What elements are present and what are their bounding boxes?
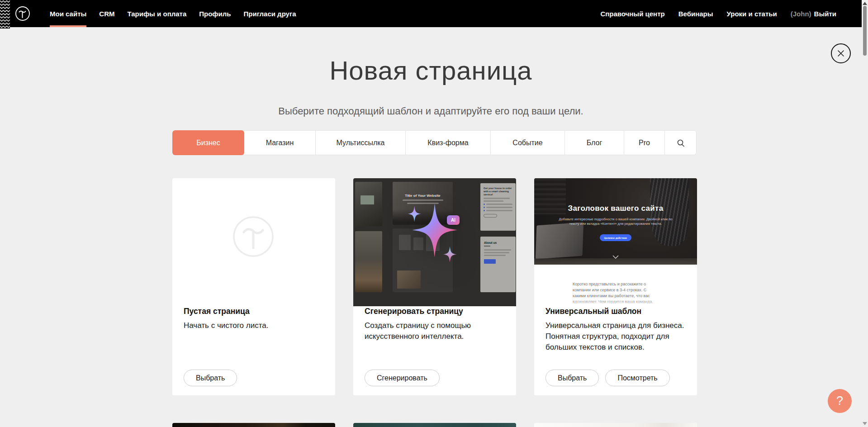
preview-hero-subtitle: Добавьте интересные подробности о вашей … — [555, 217, 677, 226]
tab-blog[interactable]: Блог — [565, 130, 624, 155]
collage-tile-livingroom — [355, 231, 382, 292]
card-title: Сгенерировать страницу — [365, 307, 505, 316]
logout-link[interactable]: Выйти — [814, 10, 836, 18]
text-line-placeholder — [486, 207, 512, 208]
card-actions: Выбрать Посмотреть — [545, 370, 670, 386]
template-card-partial-3[interactable] — [534, 423, 697, 427]
nav-item-pricing[interactable]: Тарифы и оплата — [127, 0, 186, 27]
ai-badge: AI — [447, 215, 460, 225]
help-button[interactable]: ? — [828, 389, 852, 413]
nav-item-lessons[interactable]: Уроки и статьи — [727, 0, 777, 27]
bullet-row — [484, 204, 512, 205]
nav-item-profile[interactable]: Профиль — [199, 0, 231, 27]
tab-business[interactable]: Бизнес — [172, 130, 244, 155]
universal-preview-hero: Заголовок вашего сайта Добавьте интересн… — [534, 178, 697, 265]
tab-pro[interactable]: Pro — [624, 130, 665, 155]
bullet-dot — [484, 210, 485, 211]
template-card-partial-1[interactable] — [172, 423, 335, 427]
text-line-placeholder — [484, 252, 509, 253]
collage-tile-cleaning: Get your house in order with a smart cle… — [480, 183, 516, 231]
tab-shop[interactable]: Магазин — [244, 130, 316, 155]
nav-item-invite-friend[interactable]: Пригласи друга — [243, 0, 296, 27]
text-line-placeholder — [484, 198, 510, 199]
card-actions: Выбрать — [184, 370, 237, 386]
search-tab[interactable] — [665, 130, 696, 155]
scrollbar-up-arrow[interactable] — [863, 2, 867, 5]
text-line-placeholder — [403, 199, 443, 201]
collage-hero-title: Title of Your Website — [393, 194, 453, 198]
text-line-placeholder — [486, 204, 512, 205]
bullet-row — [484, 207, 512, 208]
collage-tile-office — [355, 182, 382, 226]
bullet-dot — [484, 204, 485, 205]
template-card-universal[interactable]: Заголовок вашего сайта Добавьте интересн… — [534, 178, 697, 395]
text-line-placeholder — [484, 255, 506, 256]
preview-hero-title: Заголовок вашего сайта — [534, 204, 697, 213]
nav-user-logout[interactable]: (John) Выйти — [791, 0, 836, 27]
template-card-blank[interactable]: Пустая страница Начать с чистого листа. … — [172, 178, 335, 395]
bullet-dot — [484, 207, 485, 208]
search-icon — [677, 139, 685, 147]
preview-button[interactable]: Посмотреть — [605, 370, 669, 386]
card-description: Начать с чистого листа. — [184, 320, 324, 331]
bullet-row — [484, 210, 512, 211]
preview-body-text: Коротко представьтесь и расскажите о ком… — [573, 281, 659, 307]
nav-item-my-sites[interactable]: Мои сайты — [50, 0, 86, 27]
template-card-partial-2[interactable] — [353, 423, 516, 427]
nav-item-help-center[interactable]: Справочный центр — [600, 0, 664, 27]
card-description: Универсальная страница для бизнеса. Поня… — [545, 320, 686, 353]
select-button[interactable]: Выбрать — [184, 370, 237, 386]
new-page-dialog: Мои сайты CRM Тарифы и оплата Профиль Пр… — [0, 0, 868, 427]
tab-event[interactable]: Событие — [491, 130, 565, 155]
preview-cta-button: Целевое действие — [600, 234, 631, 241]
card-description: Создать страницу с помощью искусственног… — [365, 320, 505, 342]
nav-right-menu: Справочный центр Вебинары Уроки и статьи… — [600, 0, 836, 27]
nav-item-webinars[interactable]: Вебинары — [678, 0, 713, 27]
collage-about-heading: About us — [484, 241, 512, 244]
chevron-down-icon — [612, 255, 619, 259]
template-category-tabs: Бизнес Магазин Мультиссылка Квиз-форма С… — [172, 130, 697, 155]
tab-quiz-form[interactable]: Квиз-форма — [406, 130, 491, 155]
generate-preview-collage: Title of Your Website Get your house in … — [353, 178, 516, 306]
button-placeholder — [484, 214, 497, 218]
template-cards-row-2 — [172, 423, 697, 427]
page-title: Новая страница — [0, 55, 862, 85]
heading-underline — [484, 246, 490, 247]
select-button[interactable]: Выбрать — [545, 370, 599, 386]
card-actions: Сгенерировать — [365, 370, 440, 386]
card-title: Универсальный шаблон — [545, 307, 686, 316]
monitor-placeholder — [360, 195, 374, 204]
scrollbar-thumb[interactable] — [863, 6, 867, 56]
tilda-logo[interactable] — [15, 6, 30, 21]
nav-item-crm[interactable]: CRM — [99, 0, 114, 27]
collage-cleaning-heading: Get your house in order with a smart cle… — [484, 187, 512, 196]
user-name: (John) — [791, 10, 811, 18]
text-line-placeholder — [486, 210, 512, 211]
scrollbar-down-arrow[interactable] — [863, 422, 867, 425]
tab-multilink[interactable]: Мультиссылка — [316, 130, 406, 155]
text-line-placeholder — [484, 249, 511, 251]
top-navbar: Мои сайты CRM Тарифы и оплата Профиль Пр… — [0, 0, 862, 27]
tilda-watermark-icon — [232, 215, 275, 258]
generate-button[interactable]: Сгенерировать — [365, 370, 440, 386]
zigzag-pattern — [0, 0, 10, 28]
card-title: Пустая страница — [184, 307, 324, 316]
collage-tile-about: About us — [480, 237, 516, 292]
template-card-generate[interactable]: Title of Your Website Get your house in … — [353, 178, 516, 395]
scrollbar[interactable] — [862, 0, 868, 427]
nav-left-menu: Мои сайты CRM Тарифы и оплата Профиль Пр… — [50, 0, 296, 27]
text-line-placeholder — [484, 200, 503, 202]
button-placeholder — [484, 259, 496, 264]
template-cards-row: Пустая страница Начать с чистого листа. … — [172, 178, 697, 395]
ai-sparkle-icon — [398, 202, 471, 274]
page-subtitle: Выберите подходящий шаблон и адаптируйте… — [0, 105, 862, 117]
